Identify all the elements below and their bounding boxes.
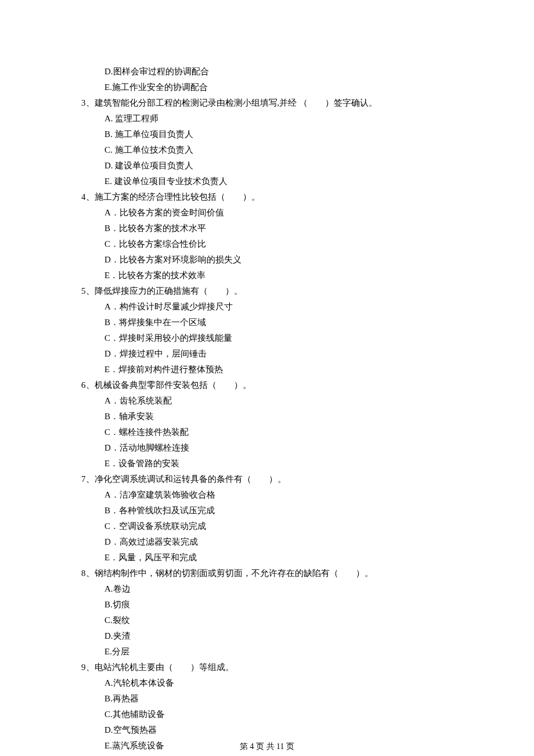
question-options: A. 监理工程师B. 施工单位项目负责人C. 施工单位技术负责入D. 建设单位项… bbox=[104, 111, 453, 189]
question-stem: 4、施工方案的经济合理性比较包括（ ）。 bbox=[81, 189, 453, 205]
option-text: B．将焊接集中在一个区域 bbox=[104, 315, 453, 330]
option-text: E．焊接前对构件进行整体预热 bbox=[104, 362, 453, 377]
option-text: C．焊接时采用较小的焊接线能量 bbox=[104, 330, 453, 346]
option-text: C．螺栓连接件热装配 bbox=[104, 424, 453, 440]
continued-option: D.图样会审过程的协调配合 bbox=[104, 64, 453, 80]
question-options: A．比较各方案的资金时间价值B．比较各方案的技术水平C．比较各方案综合性价比D．… bbox=[104, 205, 453, 283]
option-text: E.施工作业安全的协调配合 bbox=[104, 80, 453, 95]
option-text: B.再热器 bbox=[104, 691, 453, 707]
option-text: A．比较各方案的资金时间价值 bbox=[104, 205, 453, 221]
option-text: C．比较各方案综合性价比 bbox=[104, 236, 453, 252]
question-options: A．构件设计时尽量减少焊接尺寸B．将焊接集中在一个区域C．焊接时采用较小的焊接线… bbox=[104, 299, 453, 377]
option-text: A.卷边 bbox=[104, 581, 453, 597]
option-text: A.汽轮机本体设备 bbox=[104, 675, 453, 691]
option-text: D.图样会审过程的协调配合 bbox=[104, 64, 453, 80]
question-item: 3、建筑智能化分部工程的检测记录由检测小组填写,并经 （ ）签字确认。A. 监理… bbox=[81, 95, 453, 189]
option-text: B. 施工单位项目负责人 bbox=[104, 127, 453, 142]
question-item: 8、钢结构制作中，钢材的切割面或剪切面，不允许存在的缺陷有（ ）。A.卷边B.切… bbox=[81, 566, 453, 660]
option-text: D. 建设单位项目负责人 bbox=[104, 158, 453, 174]
option-text: B．比较各方案的技术水平 bbox=[104, 221, 453, 236]
option-text: A．齿轮系统装配 bbox=[104, 393, 453, 409]
question-options: A．齿轮系统装配B．轴承安装C．螺栓连接件热装配D．活动地脚螺栓连接E．设备管路… bbox=[104, 393, 453, 471]
option-text: B．轴承安装 bbox=[104, 409, 453, 424]
question-stem: 5、降低焊接应力的正确措施有（ ）。 bbox=[81, 283, 453, 299]
option-text: D．高效过滤器安装完成 bbox=[104, 534, 453, 550]
question-options: A.卷边B.切痕C.裂纹D.夹渣E.分层 bbox=[104, 581, 453, 660]
continued-option: E.施工作业安全的协调配合 bbox=[104, 80, 453, 95]
option-text: E．风量，风压平和完成 bbox=[104, 550, 453, 566]
option-text: C．空调设备系统联动完成 bbox=[104, 519, 453, 534]
option-text: B．各种管线吹扫及试压完成 bbox=[104, 503, 453, 519]
question-item: 6、机械设备典型零部件安装包括（ ）。A．齿轮系统装配B．轴承安装C．螺栓连接件… bbox=[81, 377, 453, 471]
question-options: A．洁净室建筑装饰验收合格B．各种管线吹扫及试压完成C．空调设备系统联动完成D．… bbox=[104, 487, 453, 566]
option-text: B.切痕 bbox=[104, 597, 453, 613]
question-stem: 9、电站汽轮机主要由（ ）等组成。 bbox=[81, 660, 453, 675]
option-text: E．比较各方案的技术效率 bbox=[104, 268, 453, 283]
option-text: D．比较各方案对环境影响的损失义 bbox=[104, 252, 453, 268]
option-text: D.空气预热器 bbox=[104, 722, 453, 738]
option-text: A. 监理工程师 bbox=[104, 111, 453, 127]
question-item: 4、施工方案的经济合理性比较包括（ ）。A．比较各方案的资金时间价值B．比较各方… bbox=[81, 189, 453, 283]
page-footer: 第 4 页 共 11 页 bbox=[0, 739, 534, 754]
option-text: C. 施工单位技术负责入 bbox=[104, 142, 453, 158]
question-stem: 8、钢结构制作中，钢材的切割面或剪切面，不允许存在的缺陷有（ ）。 bbox=[81, 566, 453, 581]
option-text: E. 建设单位项目专业技术负责人 bbox=[104, 174, 453, 189]
document-page: D.图样会审过程的协调配合 E.施工作业安全的协调配合 3、建筑智能化分部工程的… bbox=[0, 0, 534, 756]
option-text: C.其他辅助设备 bbox=[104, 707, 453, 722]
question-stem: 3、建筑智能化分部工程的检测记录由检测小组填写,并经 （ ）签字确认。 bbox=[81, 95, 453, 111]
option-text: D.夹渣 bbox=[104, 628, 453, 644]
option-text: C.裂纹 bbox=[104, 613, 453, 628]
question-item: 7、净化空调系统调试和运转具备的条件有（ ）。A．洁净室建筑装饰验收合格B．各种… bbox=[81, 471, 453, 566]
option-text: A．洁净室建筑装饰验收合格 bbox=[104, 487, 453, 503]
option-text: D．活动地脚螺栓连接 bbox=[104, 440, 453, 456]
question-item: 5、降低焊接应力的正确措施有（ ）。A．构件设计时尽量减少焊接尺寸B．将焊接集中… bbox=[81, 283, 453, 377]
question-stem: 6、机械设备典型零部件安装包括（ ）。 bbox=[81, 377, 453, 393]
option-text: E.分层 bbox=[104, 644, 453, 660]
option-text: A．构件设计时尽量减少焊接尺寸 bbox=[104, 299, 453, 315]
question-stem: 7、净化空调系统调试和运转具备的条件有（ ）。 bbox=[81, 471, 453, 487]
option-text: E．设备管路的安装 bbox=[104, 456, 453, 471]
option-text: D．焊接过程中，层间锤击 bbox=[104, 346, 453, 362]
